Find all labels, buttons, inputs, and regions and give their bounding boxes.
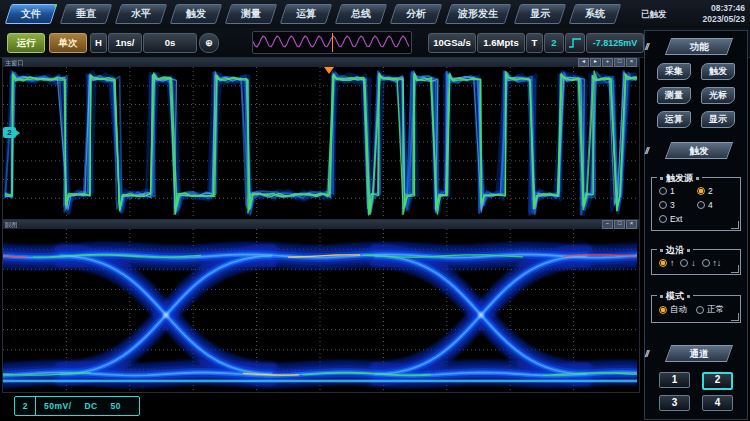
trigger-status-label: 已触发 — [641, 9, 667, 21]
math-button[interactable]: 运算 — [657, 111, 691, 128]
edge-falling-radio[interactable]: ↓ — [680, 258, 695, 268]
waveform-preview-strip[interactable] — [252, 31, 412, 54]
trigger-source-1-radio[interactable]: 1 — [659, 186, 697, 196]
horizontal-button[interactable]: H — [90, 33, 107, 53]
radio-icon — [659, 215, 667, 223]
channel-1-button[interactable]: 1 — [659, 372, 690, 388]
menu-item-trigger[interactable]: 触发 — [170, 4, 222, 24]
edge-both-radio[interactable]: ↑↓ — [702, 258, 722, 268]
channel-header-button[interactable]: 通道 — [665, 345, 733, 362]
trigger-position-marker[interactable] — [324, 67, 334, 74]
cursor-button[interactable]: 光标 — [701, 87, 735, 104]
clock: 08:37:46 2023/05/23 — [702, 3, 745, 25]
menu-item-analyze[interactable]: 分析 — [390, 4, 442, 24]
radio-icon — [659, 201, 667, 209]
channel-header-icon: // — [645, 349, 648, 359]
clock-time: 08:37:46 — [702, 3, 745, 14]
menu-item-label: 波形发生 — [449, 5, 507, 23]
menu-item-label: 分析 — [394, 5, 438, 23]
channel-settings: 50mV/ DC 50 — [36, 397, 139, 415]
trigger-level-value[interactable]: -7.8125mV — [586, 33, 644, 53]
window-maximize-icon[interactable]: □ — [614, 58, 625, 67]
channel-info-badge[interactable]: 2 50mV/ DC 50 — [14, 396, 140, 416]
radio-icon — [680, 259, 688, 267]
channel-3-button[interactable]: 3 — [659, 395, 690, 411]
mode-auto-radio[interactable]: 自动 — [659, 304, 687, 316]
zoom-icon[interactable]: ⊕ — [199, 33, 219, 53]
menu-item-file[interactable]: 文件 — [5, 4, 57, 24]
radio-icon — [659, 187, 667, 195]
eye-diagram-display[interactable] — [3, 229, 639, 390]
trigger-t-label: T — [526, 33, 543, 53]
menu-item-display[interactable]: 显示 — [514, 4, 566, 24]
radio-icon-selected — [659, 259, 667, 267]
trigger-source-3-radio[interactable]: 3 — [659, 200, 697, 210]
single-button[interactable]: 单次 — [49, 33, 87, 53]
function-header-button[interactable]: 功能 — [665, 38, 733, 55]
window-minimize-icon[interactable]: − — [602, 220, 613, 229]
main-waveform-display[interactable] — [3, 67, 639, 217]
channel-impedance: 50 — [111, 401, 121, 411]
mode-normal-radio[interactable]: 正常 — [696, 304, 724, 316]
menu-item-label: 测量 — [229, 5, 273, 23]
menu-item-measure[interactable]: 测量 — [225, 4, 277, 24]
menu-item-label: 文件 — [9, 5, 53, 23]
preview-trigger-position-marker[interactable] — [332, 33, 333, 52]
trigger-button[interactable]: 触发 — [701, 63, 735, 80]
trigger-header-button[interactable]: 触发 — [665, 142, 733, 159]
radio-icon — [702, 259, 710, 267]
window-close-icon[interactable]: × — [626, 220, 637, 229]
timebase-button[interactable]: 1ns/ — [108, 33, 142, 53]
channel-2-level-marker[interactable]: 2 — [3, 127, 16, 138]
eye-window-title: 眼图 — [5, 220, 18, 229]
menu-item-vertical[interactable]: 垂直 — [60, 4, 112, 24]
edge-group-label: 边沿 — [657, 244, 693, 257]
main-window-title: 主窗口 — [5, 58, 24, 67]
trigger-source-4-radio[interactable]: 4 — [697, 200, 713, 210]
menu-item-label: 水平 — [119, 5, 163, 23]
function-button-grid: 采集 触发 测量 光标 运算 显示 — [657, 63, 735, 128]
menu-item-wavegen[interactable]: 波形发生 — [445, 4, 511, 24]
horizontal-offset-button[interactable]: 0s — [143, 33, 197, 53]
menu-item-system[interactable]: 系统 — [569, 4, 621, 24]
menu-item-math[interactable]: 运算 — [280, 4, 332, 24]
trigger-header-label: 触发 — [669, 143, 729, 158]
trigger-header-icon: // — [645, 146, 648, 156]
menu-item-bus[interactable]: 总线 — [335, 4, 387, 24]
mode-group: 模式 自动 正常 — [651, 295, 741, 323]
trigger-source-ext-radio[interactable]: Ext — [659, 214, 682, 224]
trigger-source-group-label: 触发源 — [657, 172, 702, 185]
window-zoom-icon[interactable]: + — [602, 58, 613, 67]
channel-2-button[interactable]: 2 — [702, 372, 733, 390]
acquire-button[interactable]: 采集 — [657, 63, 691, 80]
radio-icon — [696, 306, 704, 314]
display-button[interactable]: 显示 — [701, 111, 735, 128]
eye-diagram-plot — [3, 229, 637, 390]
eye-diagram-window: 眼图 − □ × — [2, 219, 640, 393]
preview-waveform — [253, 32, 409, 51]
mode-group-label: 模式 — [657, 290, 693, 303]
eye-window-controls: − □ × — [601, 220, 637, 229]
menu-bar: 文件 垂直 水平 触发 测量 运算 总线 分析 波形发生 显示 系统 已触发 0… — [0, 0, 750, 28]
clock-date: 2023/05/23 — [702, 14, 745, 25]
measure-button[interactable]: 测量 — [657, 87, 691, 104]
window-right-icon[interactable]: ▸ — [590, 58, 601, 67]
trigger-edge-icon[interactable] — [565, 33, 585, 53]
sample-rate-value: 10GSa/s — [428, 33, 476, 53]
window-left-icon[interactable]: ◂ — [578, 58, 589, 67]
channel-button-grid: 1 2 3 4 — [659, 372, 733, 411]
trigger-source-indicator[interactable]: 2 — [544, 33, 564, 53]
channel-4-button[interactable]: 4 — [702, 395, 733, 411]
trigger-source-group: 触发源 1 2 3 4 Ext — [651, 177, 741, 231]
main-waveform-window: 主窗口 ◂ ▸ + □ × — [2, 57, 640, 220]
menu-item-label: 触发 — [174, 5, 218, 23]
oscilloscope-app: { "menu": { "items": [ {"label":"文件","ac… — [0, 0, 750, 421]
run-button[interactable]: 运行 — [7, 33, 45, 53]
radio-icon — [697, 201, 705, 209]
menu-item-horizontal[interactable]: 水平 — [115, 4, 167, 24]
window-close-icon[interactable]: × — [626, 58, 637, 67]
edge-rising-radio[interactable]: ↑ — [659, 258, 674, 268]
window-maximize-icon[interactable]: □ — [614, 220, 625, 229]
control-panel: // 功能 采集 触发 测量 光标 运算 显示 // 触发 触发源 1 2 3 … — [644, 30, 748, 420]
trigger-source-2-radio[interactable]: 2 — [697, 186, 713, 196]
